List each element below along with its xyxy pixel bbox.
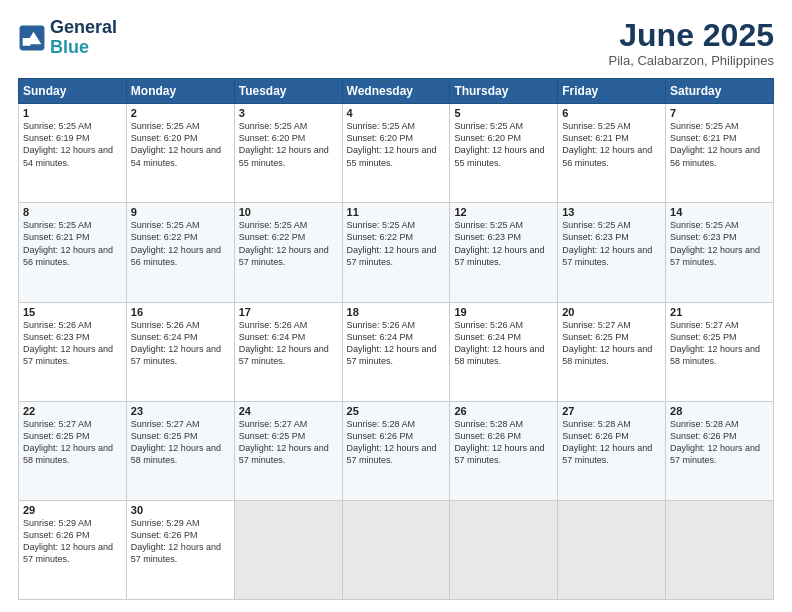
calendar-cell: 11 Sunrise: 5:25 AM Sunset: 6:22 PM Dayl… [342, 203, 450, 302]
calendar-cell: 14 Sunrise: 5:25 AM Sunset: 6:23 PM Dayl… [666, 203, 774, 302]
location: Pila, Calabarzon, Philippines [609, 53, 774, 68]
calendar-cell: 23 Sunrise: 5:27 AM Sunset: 6:25 PM Dayl… [126, 401, 234, 500]
calendar-cell: 3 Sunrise: 5:25 AM Sunset: 6:20 PM Dayli… [234, 104, 342, 203]
calendar-cell: 6 Sunrise: 5:25 AM Sunset: 6:21 PM Dayli… [558, 104, 666, 203]
day-number: 29 [23, 504, 122, 516]
calendar-cell: 10 Sunrise: 5:25 AM Sunset: 6:22 PM Dayl… [234, 203, 342, 302]
page: General Blue June 2025 Pila, Calabarzon,… [0, 0, 792, 612]
logo: General Blue [18, 18, 117, 58]
week-row-2: 15 Sunrise: 5:26 AM Sunset: 6:23 PM Dayl… [19, 302, 774, 401]
day-info: Sunrise: 5:25 AM Sunset: 6:23 PM Dayligh… [562, 219, 661, 268]
day-info: Sunrise: 5:28 AM Sunset: 6:26 PM Dayligh… [562, 418, 661, 467]
calendar-cell [234, 500, 342, 599]
calendar-cell: 29 Sunrise: 5:29 AM Sunset: 6:26 PM Dayl… [19, 500, 127, 599]
day-number: 15 [23, 306, 122, 318]
day-number: 26 [454, 405, 553, 417]
day-info: Sunrise: 5:25 AM Sunset: 6:20 PM Dayligh… [131, 120, 230, 169]
calendar-cell: 19 Sunrise: 5:26 AM Sunset: 6:24 PM Dayl… [450, 302, 558, 401]
logo-text: General Blue [50, 18, 117, 58]
day-info: Sunrise: 5:25 AM Sunset: 6:20 PM Dayligh… [347, 120, 446, 169]
day-info: Sunrise: 5:25 AM Sunset: 6:22 PM Dayligh… [131, 219, 230, 268]
day-info: Sunrise: 5:25 AM Sunset: 6:19 PM Dayligh… [23, 120, 122, 169]
day-number: 1 [23, 107, 122, 119]
day-number: 24 [239, 405, 338, 417]
col-header-tuesday: Tuesday [234, 79, 342, 104]
day-info: Sunrise: 5:25 AM Sunset: 6:23 PM Dayligh… [454, 219, 553, 268]
day-number: 8 [23, 206, 122, 218]
day-info: Sunrise: 5:28 AM Sunset: 6:26 PM Dayligh… [670, 418, 769, 467]
calendar-cell: 20 Sunrise: 5:27 AM Sunset: 6:25 PM Dayl… [558, 302, 666, 401]
day-number: 28 [670, 405, 769, 417]
calendar-cell: 1 Sunrise: 5:25 AM Sunset: 6:19 PM Dayli… [19, 104, 127, 203]
calendar-cell: 12 Sunrise: 5:25 AM Sunset: 6:23 PM Dayl… [450, 203, 558, 302]
calendar-cell: 26 Sunrise: 5:28 AM Sunset: 6:26 PM Dayl… [450, 401, 558, 500]
calendar-cell: 17 Sunrise: 5:26 AM Sunset: 6:24 PM Dayl… [234, 302, 342, 401]
day-info: Sunrise: 5:26 AM Sunset: 6:24 PM Dayligh… [454, 319, 553, 368]
week-row-4: 29 Sunrise: 5:29 AM Sunset: 6:26 PM Dayl… [19, 500, 774, 599]
calendar-cell: 30 Sunrise: 5:29 AM Sunset: 6:26 PM Dayl… [126, 500, 234, 599]
calendar-cell: 16 Sunrise: 5:26 AM Sunset: 6:24 PM Dayl… [126, 302, 234, 401]
day-info: Sunrise: 5:25 AM Sunset: 6:22 PM Dayligh… [239, 219, 338, 268]
day-number: 18 [347, 306, 446, 318]
calendar-cell [558, 500, 666, 599]
calendar-cell: 2 Sunrise: 5:25 AM Sunset: 6:20 PM Dayli… [126, 104, 234, 203]
day-info: Sunrise: 5:25 AM Sunset: 6:20 PM Dayligh… [454, 120, 553, 169]
week-row-1: 8 Sunrise: 5:25 AM Sunset: 6:21 PM Dayli… [19, 203, 774, 302]
calendar-cell [450, 500, 558, 599]
day-number: 27 [562, 405, 661, 417]
day-info: Sunrise: 5:25 AM Sunset: 6:20 PM Dayligh… [239, 120, 338, 169]
day-number: 11 [347, 206, 446, 218]
day-info: Sunrise: 5:27 AM Sunset: 6:25 PM Dayligh… [23, 418, 122, 467]
calendar-cell: 21 Sunrise: 5:27 AM Sunset: 6:25 PM Dayl… [666, 302, 774, 401]
day-number: 25 [347, 405, 446, 417]
col-header-friday: Friday [558, 79, 666, 104]
day-number: 12 [454, 206, 553, 218]
day-info: Sunrise: 5:28 AM Sunset: 6:26 PM Dayligh… [454, 418, 553, 467]
calendar-cell: 15 Sunrise: 5:26 AM Sunset: 6:23 PM Dayl… [19, 302, 127, 401]
title-block: June 2025 Pila, Calabarzon, Philippines [609, 18, 774, 68]
calendar-cell: 28 Sunrise: 5:28 AM Sunset: 6:26 PM Dayl… [666, 401, 774, 500]
calendar-cell: 24 Sunrise: 5:27 AM Sunset: 6:25 PM Dayl… [234, 401, 342, 500]
week-row-3: 22 Sunrise: 5:27 AM Sunset: 6:25 PM Dayl… [19, 401, 774, 500]
day-info: Sunrise: 5:25 AM Sunset: 6:21 PM Dayligh… [670, 120, 769, 169]
calendar-header-row: SundayMondayTuesdayWednesdayThursdayFrid… [19, 79, 774, 104]
col-header-thursday: Thursday [450, 79, 558, 104]
day-info: Sunrise: 5:27 AM Sunset: 6:25 PM Dayligh… [239, 418, 338, 467]
calendar-cell: 4 Sunrise: 5:25 AM Sunset: 6:20 PM Dayli… [342, 104, 450, 203]
day-info: Sunrise: 5:27 AM Sunset: 6:25 PM Dayligh… [131, 418, 230, 467]
header: General Blue June 2025 Pila, Calabarzon,… [18, 18, 774, 68]
calendar-cell: 18 Sunrise: 5:26 AM Sunset: 6:24 PM Dayl… [342, 302, 450, 401]
day-number: 30 [131, 504, 230, 516]
calendar: SundayMondayTuesdayWednesdayThursdayFrid… [18, 78, 774, 600]
day-number: 14 [670, 206, 769, 218]
day-info: Sunrise: 5:26 AM Sunset: 6:24 PM Dayligh… [131, 319, 230, 368]
col-header-monday: Monday [126, 79, 234, 104]
day-number: 3 [239, 107, 338, 119]
day-info: Sunrise: 5:28 AM Sunset: 6:26 PM Dayligh… [347, 418, 446, 467]
day-info: Sunrise: 5:26 AM Sunset: 6:24 PM Dayligh… [347, 319, 446, 368]
day-info: Sunrise: 5:25 AM Sunset: 6:21 PM Dayligh… [562, 120, 661, 169]
calendar-cell: 5 Sunrise: 5:25 AM Sunset: 6:20 PM Dayli… [450, 104, 558, 203]
day-info: Sunrise: 5:29 AM Sunset: 6:26 PM Dayligh… [23, 517, 122, 566]
day-number: 19 [454, 306, 553, 318]
day-info: Sunrise: 5:29 AM Sunset: 6:26 PM Dayligh… [131, 517, 230, 566]
day-number: 6 [562, 107, 661, 119]
calendar-cell: 25 Sunrise: 5:28 AM Sunset: 6:26 PM Dayl… [342, 401, 450, 500]
day-number: 21 [670, 306, 769, 318]
day-info: Sunrise: 5:25 AM Sunset: 6:21 PM Dayligh… [23, 219, 122, 268]
day-number: 17 [239, 306, 338, 318]
day-number: 16 [131, 306, 230, 318]
svg-rect-2 [23, 38, 31, 46]
day-number: 4 [347, 107, 446, 119]
day-number: 20 [562, 306, 661, 318]
day-number: 10 [239, 206, 338, 218]
day-number: 23 [131, 405, 230, 417]
col-header-sunday: Sunday [19, 79, 127, 104]
month-title: June 2025 [609, 18, 774, 53]
calendar-cell: 8 Sunrise: 5:25 AM Sunset: 6:21 PM Dayli… [19, 203, 127, 302]
calendar-cell: 27 Sunrise: 5:28 AM Sunset: 6:26 PM Dayl… [558, 401, 666, 500]
day-number: 13 [562, 206, 661, 218]
calendar-cell [342, 500, 450, 599]
day-number: 2 [131, 107, 230, 119]
day-info: Sunrise: 5:25 AM Sunset: 6:23 PM Dayligh… [670, 219, 769, 268]
